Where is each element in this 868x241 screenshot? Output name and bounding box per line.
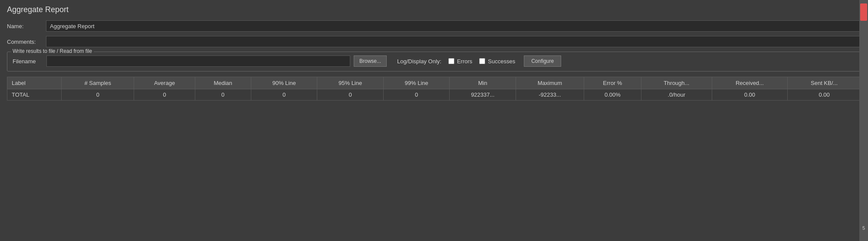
errors-checkbox-group: Errors [448, 58, 472, 65]
table-cell: 0 [251, 89, 317, 101]
right-tab-indicator [860, 3, 867, 21]
comments-input[interactable] [46, 36, 861, 47]
col-label: Label [7, 77, 62, 89]
col-sent: Sent KB/... [788, 77, 861, 89]
log-display-label: Log/Display Only: [397, 58, 441, 65]
filename-label: Filename [13, 58, 43, 65]
col-99line: 99% Line [383, 77, 450, 89]
table-cell: .0/hour [641, 89, 712, 101]
col-received: Received... [712, 77, 788, 89]
table-cell: 0.00% [584, 89, 641, 101]
table-cell: 0 [195, 89, 251, 101]
table-cell: 0 [383, 89, 450, 101]
col-median: Median [195, 77, 251, 89]
col-90line: 90% Line [251, 77, 317, 89]
filename-input[interactable] [46, 55, 350, 67]
aggregate-table: Label # Samples Average Median 90% Line … [7, 77, 861, 101]
configure-button[interactable]: Configure [524, 55, 561, 67]
table-cell: 0 [62, 89, 134, 101]
right-tab [859, 0, 868, 241]
col-samples: # Samples [62, 77, 134, 89]
table-cell: TOTAL [7, 89, 62, 101]
name-label: Name: [7, 23, 46, 29]
col-average: Average [134, 77, 195, 89]
table-cell: 0.00 [712, 89, 788, 101]
table-cell: 0 [134, 89, 195, 101]
filename-row: Filename Browse... Log/Display Only: Err… [13, 55, 855, 67]
right-tab-bottom: 5 [859, 224, 868, 232]
col-error-pct: Error % [584, 77, 641, 89]
name-row: Name: [7, 20, 861, 32]
comments-row: Comments: [7, 36, 861, 47]
name-input[interactable] [46, 20, 861, 32]
table-cell: 0.00 [788, 89, 861, 101]
successes-checkbox[interactable] [479, 58, 485, 64]
file-section: Write results to file / Read from file F… [7, 52, 861, 72]
comments-label: Comments: [7, 39, 46, 45]
col-throughput: Through... [641, 77, 712, 89]
successes-checkbox-group: Successes [479, 58, 515, 65]
page-title: Aggregate Report [7, 5, 861, 14]
errors-label: Errors [457, 58, 472, 65]
col-maximum: Maximum [516, 77, 584, 89]
table-cell: 922337... [450, 89, 516, 101]
col-95line: 95% Line [317, 77, 384, 89]
errors-checkbox[interactable] [448, 58, 454, 64]
table-row: TOTAL000000922337...-92233...0.00%.0/hou… [7, 89, 861, 101]
table-cell: 0 [317, 89, 384, 101]
table-cell: -92233... [516, 89, 584, 101]
section-legend: Write results to file / Read from file [11, 48, 94, 54]
col-min: Min [450, 77, 516, 89]
main-container: Aggregate Report Name: Comments: Write r… [0, 0, 868, 241]
browse-button[interactable]: Browse... [354, 55, 387, 67]
table-header-row: Label # Samples Average Median 90% Line … [7, 77, 861, 89]
successes-label: Successes [488, 58, 515, 65]
